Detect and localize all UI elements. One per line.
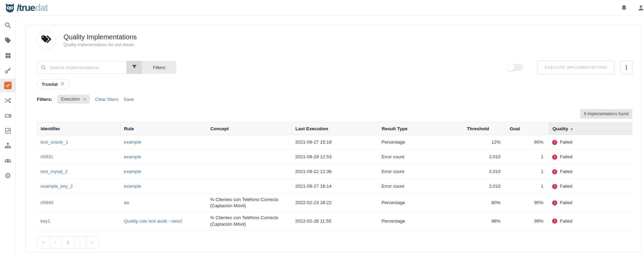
column-header-label-quality: Quality (552, 126, 568, 131)
pagination-prev-button[interactable]: ‹ (49, 236, 62, 249)
implementations-card: Quality Implementations Quality implemen… (26, 25, 642, 252)
table-row: key1Quality rule test audit - new2% Clie… (37, 212, 632, 230)
identifier-link[interactable]: test_mysql_2 (41, 169, 68, 174)
brand-wordmark-primary: /true (17, 2, 35, 13)
sidebar: ⚙ (0, 16, 16, 253)
sidebar-item-glossary[interactable] (0, 34, 16, 47)
sidebar-item-search[interactable] (0, 18, 16, 32)
column-header-identifier[interactable]: Identifier (37, 122, 121, 135)
grid-icon (5, 52, 11, 59)
column-header-label-rule: Rule (124, 126, 134, 131)
failed-icon: ! (552, 155, 557, 160)
quality-status-label: Failed (560, 154, 572, 160)
cell-threshold: 12% (463, 135, 506, 150)
bell-icon[interactable] (621, 4, 627, 11)
topbar-actions (621, 4, 641, 11)
execute-implementations-button[interactable]: EXECUTE IMPLEMENTATIONS (537, 61, 615, 74)
sidebar-item-settings[interactable]: ⚙ (0, 169, 16, 183)
rule-link[interactable]: example (124, 169, 141, 174)
quality-status: !Failed (552, 218, 572, 224)
scope-chip-truedat[interactable]: Truedat (37, 79, 69, 89)
filter-chip-execution[interactable]: Execution ✕ (57, 95, 90, 104)
scope-row: Truedat (37, 79, 632, 89)
cell-threshold: 2,010 (463, 179, 506, 194)
results-count-badge: 6 implementations found (580, 109, 632, 119)
cell-quality: !Failed (549, 212, 632, 230)
table-row: test_mysql_2example2021-09-22 12:36Error… (37, 164, 632, 179)
column-header-concept[interactable]: Concept (207, 122, 292, 135)
identifier-link[interactable]: example_key_2 (41, 184, 73, 189)
filter-funnel-button[interactable] (126, 61, 142, 74)
quality-status-label: Failed (560, 169, 572, 175)
cell-identifier: test_oracle_1 (37, 135, 121, 150)
filters-label: Filters: (37, 97, 52, 102)
sidebar-item-domains[interactable] (0, 139, 16, 152)
cell-concept: % Clientes con Teléfono Correcto (Captac… (207, 212, 292, 230)
pagination-page-1-button[interactable]: 1 (61, 236, 74, 249)
pagination-next-button[interactable]: › (74, 236, 86, 249)
cell-quality: !Failed (549, 135, 632, 150)
trash-icon[interactable] (60, 81, 65, 87)
shuffle-icon (4, 97, 11, 104)
identifier-link[interactable]: key1 (41, 218, 51, 224)
brand-logo[interactable]: /truedat (4, 2, 48, 14)
failed-icon: ! (552, 140, 557, 145)
identifier-link[interactable]: ri0931 (41, 154, 54, 159)
filters-button[interactable]: Filters (142, 61, 176, 74)
filter-chip-label: Execution (61, 97, 80, 102)
user-icon[interactable] (638, 4, 644, 11)
table-body: test_oracle_1example2021-09-27 15:19Perc… (37, 135, 632, 230)
close-icon[interactable]: ✕ (83, 97, 86, 102)
column-header-last_execution[interactable]: Last Execution (292, 122, 378, 135)
column-header-rule[interactable]: Rule (121, 122, 207, 135)
sidebar-item-lineage[interactable] (0, 94, 16, 107)
cell-rule: example (121, 135, 207, 150)
quality-status: !Failed (552, 200, 572, 206)
failed-icon: ! (552, 218, 557, 224)
quality-status-label: Failed (560, 218, 572, 224)
cell-concept (207, 150, 292, 164)
cell-rule: aa (121, 194, 207, 212)
rule-link[interactable]: example (124, 184, 141, 189)
column-header-label-result_type: Result Type (382, 126, 408, 131)
cell-last_execution: 2021-09-29 12:53 (292, 150, 378, 164)
cell-goal: 80% (506, 135, 549, 150)
execute-toggle[interactable] (507, 64, 523, 71)
search-input[interactable] (37, 61, 126, 74)
rule-link[interactable]: aa (124, 200, 129, 205)
chart-icon (5, 128, 11, 134)
sidebar-item-permissions[interactable] (0, 64, 16, 77)
kebab-menu-button[interactable]: ⋮ (620, 61, 632, 74)
pagination: « ‹ 1 › » (37, 236, 99, 249)
save-filters-link[interactable]: Save (123, 97, 134, 102)
clear-filters-link[interactable]: Clear filters (95, 97, 118, 102)
column-header-quality[interactable]: Quality▾ (549, 122, 632, 135)
cell-rule: example (121, 150, 207, 164)
toggle-knob (507, 64, 515, 71)
cell-quality: !Failed (549, 194, 632, 212)
rule-link[interactable]: example (124, 139, 141, 145)
sidebar-item-catalog[interactable] (0, 49, 16, 62)
sidebar-item-users[interactable] (0, 154, 16, 168)
cell-threshold: 2,010 (463, 164, 506, 179)
sidebar-item-dashboards[interactable] (0, 124, 16, 137)
pagination-last-button[interactable]: » (86, 236, 99, 249)
cell-concept (207, 164, 292, 179)
column-header-goal[interactable]: Goal (506, 122, 549, 135)
scope-chip-label: Truedat (42, 82, 58, 87)
rule-link[interactable]: Quality rule test audit - new2 (124, 218, 182, 224)
pagination-first-button[interactable]: « (37, 236, 50, 249)
sidebar-item-sources[interactable] (0, 109, 16, 122)
table-row: ri0940aa% Clientes con Teléfono Correcto… (37, 194, 632, 212)
column-header-threshold[interactable]: Threshold (463, 122, 506, 135)
identifier-link[interactable]: test_oracle_1 (41, 139, 68, 145)
identifier-link[interactable]: ri0940 (41, 200, 54, 205)
column-header-result_type[interactable]: Result Type (378, 122, 463, 135)
rule-link[interactable]: example (124, 154, 141, 159)
key-icon (4, 67, 11, 74)
cell-concept: % Clientes con Teléfono Correcto (Captac… (207, 194, 292, 212)
filters-row: Filters: Execution ✕ Clear filters Save (37, 95, 632, 104)
sidebar-item-quality[interactable] (0, 79, 16, 92)
check-icon (4, 82, 12, 89)
owl-icon (4, 2, 16, 14)
